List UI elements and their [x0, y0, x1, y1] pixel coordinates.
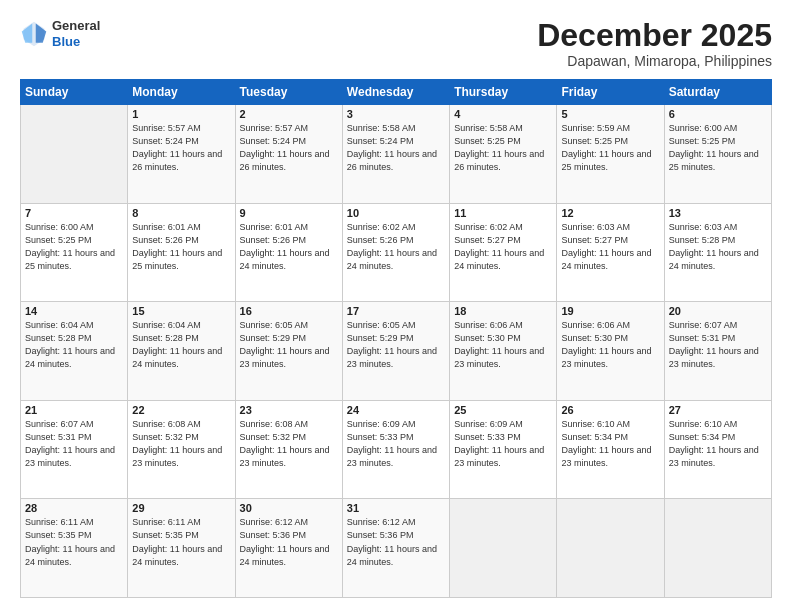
day-number: 15: [132, 305, 230, 317]
day-info: Sunrise: 6:09 AMSunset: 5:33 PMDaylight:…: [454, 418, 552, 470]
day-number: 1: [132, 108, 230, 120]
page: General Blue December 2025 Dapawan, Mima…: [0, 0, 792, 612]
day-number: 6: [669, 108, 767, 120]
day-number: 5: [561, 108, 659, 120]
calendar-cell: 11Sunrise: 6:02 AMSunset: 5:27 PMDayligh…: [450, 203, 557, 302]
day-number: 9: [240, 207, 338, 219]
day-number: 19: [561, 305, 659, 317]
calendar-cell: 9Sunrise: 6:01 AMSunset: 5:26 PMDaylight…: [235, 203, 342, 302]
day-info: Sunrise: 6:07 AMSunset: 5:31 PMDaylight:…: [669, 319, 767, 371]
weekday-header-row: SundayMondayTuesdayWednesdayThursdayFrid…: [21, 80, 772, 105]
logo-general: General: [52, 18, 100, 34]
calendar-week-3: 14Sunrise: 6:04 AMSunset: 5:28 PMDayligh…: [21, 302, 772, 401]
day-info: Sunrise: 6:03 AMSunset: 5:28 PMDaylight:…: [669, 221, 767, 273]
day-number: 8: [132, 207, 230, 219]
day-info: Sunrise: 6:02 AMSunset: 5:27 PMDaylight:…: [454, 221, 552, 273]
weekday-header-monday: Monday: [128, 80, 235, 105]
header: General Blue December 2025 Dapawan, Mima…: [20, 18, 772, 69]
calendar-cell: 14Sunrise: 6:04 AMSunset: 5:28 PMDayligh…: [21, 302, 128, 401]
day-number: 11: [454, 207, 552, 219]
day-info: Sunrise: 6:08 AMSunset: 5:32 PMDaylight:…: [240, 418, 338, 470]
calendar-cell: 2Sunrise: 5:57 AMSunset: 5:24 PMDaylight…: [235, 105, 342, 204]
day-info: Sunrise: 6:05 AMSunset: 5:29 PMDaylight:…: [240, 319, 338, 371]
calendar-cell: 29Sunrise: 6:11 AMSunset: 5:35 PMDayligh…: [128, 499, 235, 598]
day-number: 20: [669, 305, 767, 317]
day-number: 22: [132, 404, 230, 416]
calendar-cell: [664, 499, 771, 598]
calendar-cell: 27Sunrise: 6:10 AMSunset: 5:34 PMDayligh…: [664, 400, 771, 499]
day-info: Sunrise: 6:04 AMSunset: 5:28 PMDaylight:…: [25, 319, 123, 371]
day-number: 27: [669, 404, 767, 416]
calendar-cell: 15Sunrise: 6:04 AMSunset: 5:28 PMDayligh…: [128, 302, 235, 401]
calendar-cell: 8Sunrise: 6:01 AMSunset: 5:26 PMDaylight…: [128, 203, 235, 302]
calendar-cell: 3Sunrise: 5:58 AMSunset: 5:24 PMDaylight…: [342, 105, 449, 204]
calendar-cell: 25Sunrise: 6:09 AMSunset: 5:33 PMDayligh…: [450, 400, 557, 499]
logo-icon: [20, 20, 48, 48]
calendar-cell: 26Sunrise: 6:10 AMSunset: 5:34 PMDayligh…: [557, 400, 664, 499]
day-number: 24: [347, 404, 445, 416]
day-info: Sunrise: 6:06 AMSunset: 5:30 PMDaylight:…: [454, 319, 552, 371]
day-info: Sunrise: 6:11 AMSunset: 5:35 PMDaylight:…: [25, 516, 123, 568]
calendar-cell: 10Sunrise: 6:02 AMSunset: 5:26 PMDayligh…: [342, 203, 449, 302]
day-number: 21: [25, 404, 123, 416]
calendar-cell: 5Sunrise: 5:59 AMSunset: 5:25 PMDaylight…: [557, 105, 664, 204]
day-info: Sunrise: 6:10 AMSunset: 5:34 PMDaylight:…: [561, 418, 659, 470]
day-info: Sunrise: 5:58 AMSunset: 5:25 PMDaylight:…: [454, 122, 552, 174]
weekday-header-saturday: Saturday: [664, 80, 771, 105]
day-number: 4: [454, 108, 552, 120]
calendar-tbody: 1Sunrise: 5:57 AMSunset: 5:24 PMDaylight…: [21, 105, 772, 598]
day-number: 31: [347, 502, 445, 514]
svg-marker-1: [36, 23, 47, 42]
calendar-cell: 23Sunrise: 6:08 AMSunset: 5:32 PMDayligh…: [235, 400, 342, 499]
day-number: 16: [240, 305, 338, 317]
calendar-cell: 28Sunrise: 6:11 AMSunset: 5:35 PMDayligh…: [21, 499, 128, 598]
logo-text: General Blue: [52, 18, 100, 49]
calendar-cell: [450, 499, 557, 598]
day-number: 26: [561, 404, 659, 416]
calendar-cell: 21Sunrise: 6:07 AMSunset: 5:31 PMDayligh…: [21, 400, 128, 499]
calendar-cell: 17Sunrise: 6:05 AMSunset: 5:29 PMDayligh…: [342, 302, 449, 401]
day-info: Sunrise: 6:06 AMSunset: 5:30 PMDaylight:…: [561, 319, 659, 371]
title-section: December 2025 Dapawan, Mimaropa, Philipp…: [537, 18, 772, 69]
calendar-cell: 6Sunrise: 6:00 AMSunset: 5:25 PMDaylight…: [664, 105, 771, 204]
day-info: Sunrise: 6:03 AMSunset: 5:27 PMDaylight:…: [561, 221, 659, 273]
day-info: Sunrise: 6:02 AMSunset: 5:26 PMDaylight:…: [347, 221, 445, 273]
day-number: 18: [454, 305, 552, 317]
day-number: 28: [25, 502, 123, 514]
day-number: 3: [347, 108, 445, 120]
day-number: 29: [132, 502, 230, 514]
calendar-cell: 30Sunrise: 6:12 AMSunset: 5:36 PMDayligh…: [235, 499, 342, 598]
calendar-cell: 12Sunrise: 6:03 AMSunset: 5:27 PMDayligh…: [557, 203, 664, 302]
day-info: Sunrise: 6:01 AMSunset: 5:26 PMDaylight:…: [132, 221, 230, 273]
calendar-cell: 19Sunrise: 6:06 AMSunset: 5:30 PMDayligh…: [557, 302, 664, 401]
day-info: Sunrise: 6:05 AMSunset: 5:29 PMDaylight:…: [347, 319, 445, 371]
day-number: 25: [454, 404, 552, 416]
calendar-week-1: 1Sunrise: 5:57 AMSunset: 5:24 PMDaylight…: [21, 105, 772, 204]
calendar-cell: 24Sunrise: 6:09 AMSunset: 5:33 PMDayligh…: [342, 400, 449, 499]
weekday-header-thursday: Thursday: [450, 80, 557, 105]
calendar-cell: [557, 499, 664, 598]
day-info: Sunrise: 5:57 AMSunset: 5:24 PMDaylight:…: [132, 122, 230, 174]
day-number: 10: [347, 207, 445, 219]
weekday-header-friday: Friday: [557, 80, 664, 105]
day-info: Sunrise: 6:12 AMSunset: 5:36 PMDaylight:…: [240, 516, 338, 568]
day-info: Sunrise: 6:01 AMSunset: 5:26 PMDaylight:…: [240, 221, 338, 273]
calendar-week-4: 21Sunrise: 6:07 AMSunset: 5:31 PMDayligh…: [21, 400, 772, 499]
day-info: Sunrise: 6:10 AMSunset: 5:34 PMDaylight:…: [669, 418, 767, 470]
day-info: Sunrise: 6:08 AMSunset: 5:32 PMDaylight:…: [132, 418, 230, 470]
calendar-cell: 1Sunrise: 5:57 AMSunset: 5:24 PMDaylight…: [128, 105, 235, 204]
calendar-week-2: 7Sunrise: 6:00 AMSunset: 5:25 PMDaylight…: [21, 203, 772, 302]
day-number: 17: [347, 305, 445, 317]
day-info: Sunrise: 6:09 AMSunset: 5:33 PMDaylight:…: [347, 418, 445, 470]
svg-marker-2: [22, 23, 33, 42]
calendar-cell: 4Sunrise: 5:58 AMSunset: 5:25 PMDaylight…: [450, 105, 557, 204]
calendar-cell: 7Sunrise: 6:00 AMSunset: 5:25 PMDaylight…: [21, 203, 128, 302]
logo-blue: Blue: [52, 34, 100, 50]
day-number: 14: [25, 305, 123, 317]
calendar-thead: SundayMondayTuesdayWednesdayThursdayFrid…: [21, 80, 772, 105]
calendar-table: SundayMondayTuesdayWednesdayThursdayFrid…: [20, 79, 772, 598]
calendar-cell: 18Sunrise: 6:06 AMSunset: 5:30 PMDayligh…: [450, 302, 557, 401]
calendar-cell: 16Sunrise: 6:05 AMSunset: 5:29 PMDayligh…: [235, 302, 342, 401]
calendar-subtitle: Dapawan, Mimaropa, Philippines: [537, 53, 772, 69]
day-info: Sunrise: 6:00 AMSunset: 5:25 PMDaylight:…: [669, 122, 767, 174]
